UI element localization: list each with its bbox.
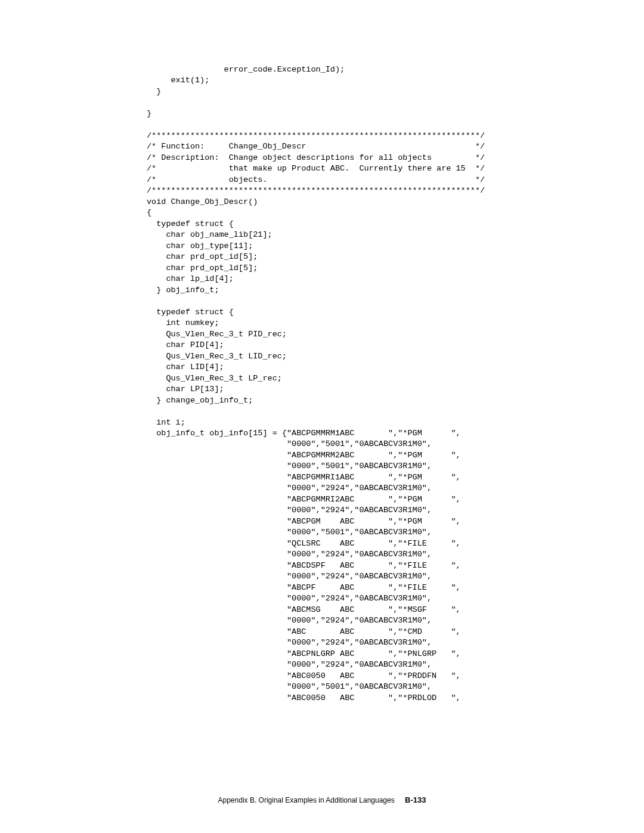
document-page: error_code.Exception_Id); exit(1); } } /… <box>0 0 644 833</box>
footer-text: Appendix B. Original Examples in Additio… <box>218 796 395 804</box>
page-footer: Appendix B. Original Examples in Additio… <box>0 795 644 806</box>
code-listing: error_code.Exception_Id); exit(1); } } /… <box>147 64 578 704</box>
page-number: B-133 <box>405 795 426 804</box>
